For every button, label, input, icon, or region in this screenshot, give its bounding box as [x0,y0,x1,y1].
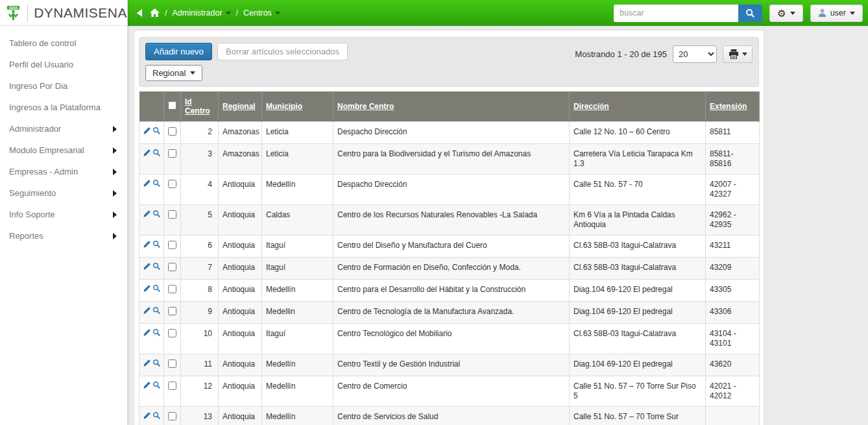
print-button[interactable] [723,45,753,63]
column-header-id-centro: Id Centro [181,91,219,122]
cell-nombre: Centro de Servicios de Salud [333,407,570,425]
edit-icon[interactable] [143,306,151,317]
sidebar-item-ingreso-por-dia[interactable]: Ingreso Por Dia [0,75,127,97]
row-checkbox[interactable] [168,329,176,337]
breadcrumb-centros[interactable]: Centros [243,8,280,18]
cell-id: 3 [181,144,219,175]
cell-direccion: Calle 12 No. 10 – 60 Centro [570,122,706,144]
chevron-down-icon [226,12,231,15]
sidebar-item-empresas-admin[interactable]: Empresas - Admin [0,161,127,182]
regional-filter-button[interactable]: Regional [145,65,202,81]
edit-icon[interactable] [143,328,151,339]
edit-icon[interactable] [143,381,151,392]
view-icon[interactable] [152,210,161,221]
cell-direccion: Km 6 Vía a la Pintada Caldas Antioquia [570,205,706,236]
sidebar-item-reportes[interactable]: Reportes [0,225,127,247]
row-checkbox[interactable] [168,149,176,158]
cell-direccion: Cl.63 58B-03 Itagui-Calatrava [570,258,706,280]
cell-regional: Antioquia [219,354,262,376]
sidebar-item-perfil-del-usuario[interactable]: Perfil del Usuario [0,54,127,75]
cell-nombre: Centro de Comercio [333,376,570,407]
sidebar-item-ingresos-a-la-plataforma[interactable]: Ingresos a la Plataforma [0,97,127,118]
breadcrumb-administrador[interactable]: Administrador [172,8,230,18]
cell-extension: 43211 [706,236,760,258]
cell-municipio: Itaguí [262,324,333,354]
view-icon[interactable] [152,284,161,295]
collapse-sidebar-icon[interactable] [137,9,142,17]
showing-label: Mostrando 1 - 20 de 195 [575,49,667,59]
row-checkbox[interactable] [168,241,176,249]
sidebar-item-modulo-empresarial[interactable]: Modulo Empresarial [0,140,127,161]
row-checkbox[interactable] [168,263,176,271]
cell-nombre: Centro Tecnológico del Mobiliario [333,324,570,354]
edit-icon[interactable] [143,262,151,273]
cell-regional: Antioquia [219,258,262,280]
row-checkbox[interactable] [168,127,176,136]
sidebar-item-seguimiento[interactable]: Seguimiento [0,182,127,204]
edit-icon[interactable] [143,127,151,138]
table-header-row: Id Centro Regional Municipio Nombre Cent… [139,91,760,122]
sidebar-item-label: Reportes [9,231,43,241]
view-icon[interactable] [152,359,161,370]
view-icon[interactable] [152,127,161,138]
view-icon[interactable] [152,149,161,160]
chevron-down-icon [790,12,795,15]
app-title: DYNAMISENA [34,5,127,21]
row-checkbox[interactable] [168,180,176,188]
cell-nombre: Centro de Formación en Diseño, Confecció… [333,258,570,280]
cell-nombre: Centro del Diseño y Manufactura del Cuer… [333,236,570,258]
column-header-nombre-centro: Nombre Centro [333,91,570,122]
user-label: user [830,8,846,18]
cell-id: 5 [181,205,219,236]
edit-icon[interactable] [143,179,151,190]
submenu-arrow-icon [113,126,117,132]
edit-icon[interactable] [143,240,151,251]
search-input[interactable] [614,5,738,22]
submenu-arrow-icon [113,233,117,239]
edit-icon[interactable] [143,359,151,370]
user-menu-button[interactable]: user [810,5,863,22]
sidebar: SENA DYNAMISENA Tablero de controlPerfil… [0,0,128,425]
row-checkbox[interactable] [168,382,176,390]
edit-icon[interactable] [143,149,151,160]
table-row: 2AmazonasLeticiaDespacho DirecciónCalle … [139,122,760,144]
view-icon[interactable] [152,240,161,251]
edit-icon[interactable] [143,284,151,295]
row-checkbox[interactable] [168,210,176,219]
edit-icon[interactable] [143,411,151,422]
row-checkbox[interactable] [168,359,176,368]
column-header-municipio: Municipio [262,91,333,122]
row-checkbox[interactable] [168,307,176,315]
sidebar-menu: Tablero de controlPerfil del UsuarioIngr… [0,26,127,247]
view-icon[interactable] [152,328,161,339]
view-icon[interactable] [152,381,161,392]
table-row: 10AntioquiaItaguíCentro Tecnológico del … [139,324,760,354]
row-checkbox[interactable] [168,285,176,293]
view-icon[interactable] [152,306,161,317]
search-button[interactable] [738,5,762,22]
content-card: Añadir nuevo Borrar artículos selecciona… [134,30,764,425]
submenu-arrow-icon [113,190,117,197]
cell-id: 4 [181,175,219,205]
delete-selected-button[interactable]: Borrar artículos seleccionados [217,43,348,60]
sidebar-item-tablero-de-control[interactable]: Tablero de control [0,32,127,54]
svg-text:SENA: SENA [9,6,18,9]
add-new-button[interactable]: Añadir nuevo [145,43,212,60]
search-icon [745,8,755,18]
select-all-header [164,91,181,122]
cell-municipio: Medellín [262,175,333,205]
view-icon[interactable] [152,262,161,273]
select-all-checkbox[interactable] [168,101,176,110]
sidebar-item-info-soporte[interactable]: Info Soporte [0,204,127,225]
view-icon[interactable] [152,179,161,190]
row-checkbox[interactable] [168,412,176,420]
home-icon[interactable] [150,8,160,18]
cell-nombre: Centro para el Desarrollo del Hábitat y … [333,280,570,302]
user-icon [818,8,826,18]
settings-button[interactable]: ⚙ [769,5,802,22]
sidebar-item-administrador[interactable]: Administrador [0,118,127,140]
page-size-select[interactable]: 20 [673,45,717,63]
view-icon[interactable] [152,411,161,422]
column-header-direccion: Dirección [570,91,706,122]
edit-icon[interactable] [143,210,151,221]
